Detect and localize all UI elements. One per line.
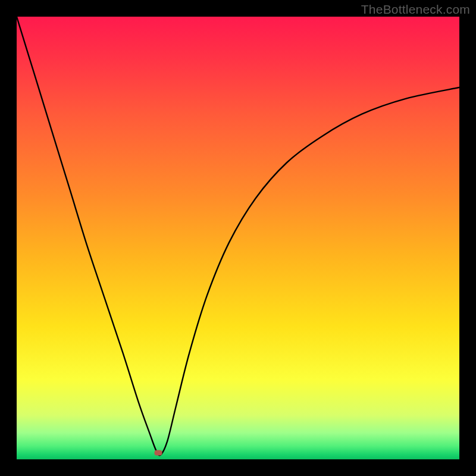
- chart-frame: TheBottleneck.com: [0, 0, 476, 476]
- bottleneck-curve: [17, 17, 459, 459]
- plot-area: [17, 17, 459, 459]
- watermark-text: TheBottleneck.com: [361, 2, 470, 17]
- optimal-marker: [155, 450, 162, 455]
